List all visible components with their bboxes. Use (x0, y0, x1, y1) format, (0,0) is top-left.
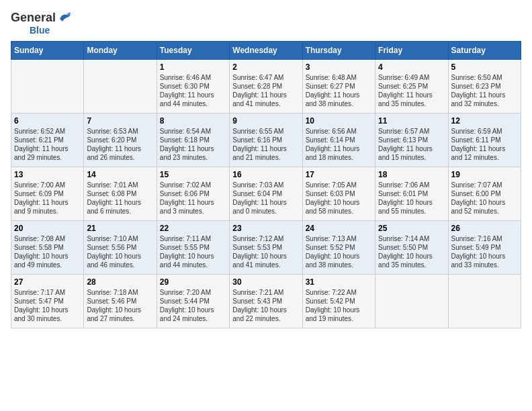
sunrise-label: Sunrise: 6:48 AM (306, 74, 357, 81)
sunset-label: Sunset: 6:03 PM (306, 190, 355, 197)
daylight-label: Daylight: 10 hours and 52 minutes. (451, 199, 506, 215)
day-number: 5 (451, 62, 518, 72)
calendar-cell: 20 Sunrise: 7:08 AM Sunset: 5:58 PM Dayl… (11, 221, 84, 275)
sunrise-label: Sunrise: 7:10 AM (87, 235, 138, 242)
day-info: Sunrise: 7:17 AM Sunset: 5:47 PM Dayligh… (14, 288, 81, 323)
sunrise-label: Sunrise: 6:57 AM (378, 128, 429, 135)
day-info: Sunrise: 7:14 AM Sunset: 5:50 PM Dayligh… (378, 234, 445, 269)
logo-bird-icon (57, 12, 72, 24)
day-number: 14 (87, 170, 153, 179)
calendar-cell: 13 Sunrise: 7:00 AM Sunset: 6:09 PM Dayl… (11, 167, 84, 221)
sunrise-label: Sunrise: 7:07 AM (451, 181, 502, 189)
day-number: 15 (160, 170, 226, 179)
sunrise-label: Sunrise: 6:52 AM (14, 128, 65, 135)
calendar-cell: 23 Sunrise: 7:12 AM Sunset: 5:53 PM Dayl… (230, 221, 302, 275)
daylight-label: Daylight: 11 hours and 15 minutes. (378, 145, 433, 161)
weekday-header-monday: Monday (84, 42, 157, 60)
sunrise-label: Sunrise: 7:00 AM (14, 181, 65, 189)
daylight-label: Daylight: 10 hours and 38 minutes. (306, 253, 360, 269)
page-header: General Blue (11, 11, 521, 36)
calendar-cell: 8 Sunrise: 6:54 AM Sunset: 6:18 PM Dayli… (157, 113, 229, 167)
sunrise-label: Sunrise: 6:59 AM (451, 128, 502, 135)
sunrise-label: Sunrise: 6:47 AM (232, 74, 283, 81)
day-number: 9 (232, 116, 299, 126)
calendar-cell: 30 Sunrise: 7:21 AM Sunset: 5:43 PM Dayl… (230, 275, 302, 328)
calendar-cell: 5 Sunrise: 6:50 AM Sunset: 6:23 PM Dayli… (448, 60, 521, 113)
day-info: Sunrise: 7:20 AM Sunset: 5:44 PM Dayligh… (160, 288, 226, 323)
day-number: 11 (378, 116, 445, 126)
sunrise-label: Sunrise: 7:20 AM (160, 289, 211, 296)
day-number: 3 (306, 62, 372, 72)
calendar-week-row: 1 Sunrise: 6:46 AM Sunset: 6:30 PM Dayli… (11, 60, 521, 113)
daylight-label: Daylight: 11 hours and 18 minutes. (306, 145, 360, 161)
day-info: Sunrise: 6:49 AM Sunset: 6:25 PM Dayligh… (378, 73, 445, 108)
day-info: Sunrise: 7:21 AM Sunset: 5:43 PM Dayligh… (232, 288, 299, 323)
sunset-label: Sunset: 6:11 PM (451, 136, 501, 144)
day-info: Sunrise: 7:03 AM Sunset: 6:04 PM Dayligh… (232, 181, 299, 216)
day-info: Sunrise: 7:10 AM Sunset: 5:56 PM Dayligh… (87, 234, 153, 269)
day-info: Sunrise: 6:57 AM Sunset: 6:13 PM Dayligh… (378, 127, 445, 162)
sunset-label: Sunset: 5:47 PM (14, 298, 64, 305)
daylight-label: Daylight: 11 hours and 23 minutes. (160, 145, 214, 161)
sunset-label: Sunset: 5:55 PM (160, 244, 210, 251)
day-info: Sunrise: 7:18 AM Sunset: 5:46 PM Dayligh… (87, 288, 153, 323)
calendar-cell: 26 Sunrise: 7:16 AM Sunset: 5:49 PM Dayl… (448, 221, 521, 275)
weekday-header-saturday: Saturday (448, 42, 521, 60)
weekday-header-wednesday: Wednesday (230, 42, 302, 60)
sunset-label: Sunset: 5:42 PM (306, 298, 355, 305)
day-info: Sunrise: 7:05 AM Sunset: 6:03 PM Dayligh… (306, 181, 372, 216)
calendar-cell: 6 Sunrise: 6:52 AM Sunset: 6:21 PM Dayli… (11, 113, 84, 167)
daylight-label: Daylight: 11 hours and 9 minutes. (14, 199, 69, 215)
sunset-label: Sunset: 6:01 PM (378, 190, 428, 197)
day-number: 8 (160, 116, 226, 126)
sunset-label: Sunset: 5:56 PM (87, 244, 136, 251)
sunset-label: Sunset: 6:14 PM (306, 136, 355, 144)
sunset-label: Sunset: 5:50 PM (378, 244, 428, 251)
sunrise-label: Sunrise: 7:17 AM (14, 289, 65, 296)
sunset-label: Sunset: 5:58 PM (14, 244, 64, 251)
sunset-label: Sunset: 6:06 PM (160, 190, 210, 197)
sunset-label: Sunset: 5:53 PM (232, 244, 282, 251)
day-info: Sunrise: 7:13 AM Sunset: 5:52 PM Dayligh… (306, 234, 372, 269)
sunrise-label: Sunrise: 7:14 AM (378, 235, 429, 242)
sunset-label: Sunset: 6:08 PM (87, 190, 136, 197)
calendar-cell: 1 Sunrise: 6:46 AM Sunset: 6:30 PM Dayli… (157, 60, 229, 113)
sunrise-label: Sunrise: 7:18 AM (87, 289, 138, 296)
daylight-label: Daylight: 10 hours and 24 minutes. (160, 306, 214, 322)
sunset-label: Sunset: 6:00 PM (451, 190, 501, 197)
weekday-header-row: SundayMondayTuesdayWednesdayThursdayFrid… (11, 42, 521, 60)
day-info: Sunrise: 6:48 AM Sunset: 6:27 PM Dayligh… (306, 73, 372, 108)
daylight-label: Daylight: 10 hours and 49 minutes. (14, 253, 69, 269)
calendar-cell (375, 275, 448, 328)
sunset-label: Sunset: 6:04 PM (232, 190, 282, 197)
day-number: 29 (160, 277, 226, 287)
daylight-label: Daylight: 10 hours and 33 minutes. (451, 253, 506, 269)
sunrise-label: Sunrise: 6:46 AM (160, 74, 211, 81)
calendar-cell (84, 60, 157, 113)
day-number: 25 (378, 224, 445, 233)
sunset-label: Sunset: 6:30 PM (160, 83, 210, 90)
logo-general-text: General (11, 11, 56, 25)
daylight-label: Daylight: 11 hours and 6 minutes. (87, 199, 141, 215)
day-number: 28 (87, 277, 153, 287)
weekday-header-tuesday: Tuesday (157, 42, 229, 60)
sunset-label: Sunset: 5:49 PM (451, 244, 501, 251)
sunrise-label: Sunrise: 6:49 AM (378, 74, 429, 81)
daylight-label: Daylight: 10 hours and 44 minutes. (160, 253, 214, 269)
daylight-label: Daylight: 10 hours and 58 minutes. (306, 199, 360, 215)
day-number: 31 (306, 277, 372, 287)
day-info: Sunrise: 7:22 AM Sunset: 5:42 PM Dayligh… (306, 288, 372, 323)
sunset-label: Sunset: 5:43 PM (232, 298, 282, 305)
daylight-label: Daylight: 10 hours and 35 minutes. (378, 253, 433, 269)
calendar-cell: 14 Sunrise: 7:01 AM Sunset: 6:08 PM Dayl… (84, 167, 157, 221)
sunset-label: Sunset: 5:46 PM (87, 298, 136, 305)
logo: General Blue (11, 11, 72, 36)
day-number: 6 (14, 116, 81, 126)
calendar-cell: 31 Sunrise: 7:22 AM Sunset: 5:42 PM Dayl… (302, 275, 375, 328)
sunrise-label: Sunrise: 7:12 AM (232, 235, 283, 242)
daylight-label: Daylight: 11 hours and 32 minutes. (451, 91, 506, 107)
day-info: Sunrise: 6:50 AM Sunset: 6:23 PM Dayligh… (451, 73, 518, 108)
sunrise-label: Sunrise: 7:13 AM (306, 235, 357, 242)
daylight-label: Daylight: 11 hours and 44 minutes. (160, 91, 214, 107)
day-info: Sunrise: 6:59 AM Sunset: 6:11 PM Dayligh… (451, 127, 518, 162)
